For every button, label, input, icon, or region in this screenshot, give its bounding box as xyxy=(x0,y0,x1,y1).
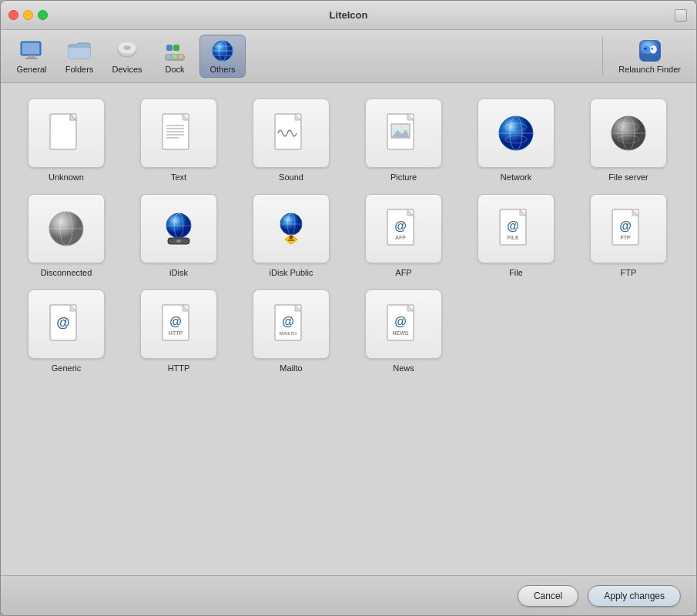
titlebar: LiteIcon xyxy=(1,1,696,30)
icon-label-generic: Generic xyxy=(52,363,82,373)
icon-label-news: News xyxy=(393,363,414,373)
icon-label-http: HTTP xyxy=(168,363,190,373)
apply-changes-button[interactable]: Apply changes xyxy=(588,585,681,607)
svg-text:@: @ xyxy=(394,315,407,328)
icon-box-file[interactable]: @ FILE xyxy=(478,194,555,263)
icon-label-sound: Sound xyxy=(279,172,303,182)
svg-rect-11 xyxy=(166,55,171,59)
icon-label-fileserver: File server xyxy=(608,172,648,182)
icon-cell-network[interactable]: Network xyxy=(466,99,566,182)
folders-label: Folders xyxy=(65,65,94,74)
svg-point-7 xyxy=(123,45,131,50)
svg-rect-10 xyxy=(173,45,179,51)
icon-cell-file[interactable]: @ FILE File xyxy=(466,194,566,277)
svg-text:@: @ xyxy=(169,315,182,328)
toolbar-folders[interactable]: Folders xyxy=(56,35,102,77)
icon-box-afp[interactable]: @ AFP xyxy=(365,194,442,263)
icon-box-mailto[interactable]: @ MAILTO xyxy=(253,290,330,359)
svg-rect-12 xyxy=(173,55,177,59)
footer: Cancel Apply changes xyxy=(1,575,696,615)
resize-widget[interactable] xyxy=(675,9,687,22)
svg-point-64 xyxy=(290,236,293,239)
dock-icon xyxy=(163,38,187,63)
icon-cell-ftp[interactable]: @ FTP FTP xyxy=(578,194,679,277)
icon-label-disconnected: Disconnected xyxy=(41,268,92,277)
toolbar-general[interactable]: General xyxy=(8,35,55,77)
svg-rect-13 xyxy=(179,55,183,59)
dock-label: Dock xyxy=(165,65,184,74)
relaunch-finder-button[interactable]: Relaunch Finder xyxy=(611,35,689,77)
icon-box-idisk[interactable] xyxy=(140,194,217,263)
svg-text:FILE: FILE xyxy=(507,235,518,240)
icon-box-generic[interactable]: @ xyxy=(28,290,105,359)
svg-text:@: @ xyxy=(56,315,70,330)
icon-box-fileserver[interactable] xyxy=(590,99,667,168)
close-button[interactable] xyxy=(8,10,18,20)
svg-rect-19 xyxy=(639,41,660,62)
others-icon xyxy=(210,38,235,63)
svg-rect-9 xyxy=(166,45,173,51)
folders-icon xyxy=(67,38,92,63)
icon-label-afp: AFP xyxy=(395,268,411,277)
svg-rect-3 xyxy=(25,58,38,59)
svg-text:MAILTO: MAILTO xyxy=(280,331,297,336)
icon-box-http[interactable]: @ HTTP xyxy=(140,290,217,359)
icon-box-picture[interactable] xyxy=(365,99,442,168)
icon-cell-idiskpublic[interactable]: iDisk Public xyxy=(241,194,341,277)
icon-cell-news[interactable]: @ NEWS News xyxy=(354,290,454,373)
toolbar-dock[interactable]: Dock xyxy=(152,35,198,77)
toolbar: General Folders Devices xyxy=(1,30,696,83)
toolbar-devices[interactable]: Devices xyxy=(104,35,150,77)
icon-cell-text[interactable]: Text xyxy=(129,99,229,182)
svg-point-20 xyxy=(643,45,650,54)
svg-text:@: @ xyxy=(394,219,407,233)
icon-box-idiskpublic[interactable] xyxy=(253,194,330,263)
svg-text:FTP: FTP xyxy=(620,235,631,240)
svg-rect-1 xyxy=(22,43,39,54)
icon-box-sound[interactable] xyxy=(253,99,330,168)
svg-text:@: @ xyxy=(619,219,632,233)
icon-cell-afp[interactable]: @ AFP AFP xyxy=(354,194,454,277)
svg-point-22 xyxy=(644,48,646,50)
icon-label-idiskpublic: iDisk Public xyxy=(270,268,313,277)
general-label: General xyxy=(16,65,46,74)
svg-point-41 xyxy=(404,126,407,129)
icon-cell-fileserver[interactable]: File server xyxy=(578,99,679,182)
icon-box-news[interactable]: @ NEWS xyxy=(365,290,442,359)
window-title: LiteIcon xyxy=(330,9,368,21)
icon-label-unknown: Unknown xyxy=(49,172,84,182)
svg-rect-2 xyxy=(28,55,35,58)
icon-grid: Unknown xyxy=(16,99,679,373)
svg-point-23 xyxy=(651,48,653,50)
icon-label-picture: Picture xyxy=(390,172,417,182)
svg-point-59 xyxy=(176,239,181,243)
devices-icon xyxy=(115,38,139,63)
icon-box-text[interactable] xyxy=(140,99,217,168)
icon-box-unknown[interactable] xyxy=(28,99,105,168)
svg-text:AFP: AFP xyxy=(395,235,406,240)
icon-cell-unknown[interactable]: Unknown xyxy=(16,99,116,182)
icon-cell-sound[interactable]: Sound xyxy=(241,99,341,182)
icon-label-ftp: FTP xyxy=(621,268,637,277)
icon-label-network: Network xyxy=(501,172,531,182)
window-controls xyxy=(8,10,48,20)
icon-cell-mailto[interactable]: @ MAILTO Mailto xyxy=(241,290,341,373)
maximize-button[interactable] xyxy=(38,10,48,20)
svg-text:HTTP: HTTP xyxy=(169,330,183,336)
toolbar-others[interactable]: Others xyxy=(199,35,246,78)
icon-cell-http[interactable]: @ HTTP HTTP xyxy=(129,290,229,373)
cancel-button[interactable]: Cancel xyxy=(518,585,578,607)
icon-cell-generic[interactable]: @ Generic xyxy=(16,290,116,373)
svg-text:@: @ xyxy=(282,315,294,328)
icon-cell-picture[interactable]: Picture xyxy=(354,99,454,182)
icon-box-disconnected[interactable] xyxy=(28,194,105,263)
svg-text:@: @ xyxy=(507,219,519,233)
minimize-button[interactable] xyxy=(23,10,33,20)
icon-box-ftp[interactable]: @ FTP xyxy=(590,194,667,263)
devices-label: Devices xyxy=(112,65,142,74)
icon-cell-idisk[interactable]: iDisk xyxy=(129,194,229,277)
icon-cell-disconnected[interactable]: Disconnected xyxy=(16,194,116,277)
icon-label-mailto: Mailto xyxy=(280,363,302,373)
icon-label-file: File xyxy=(509,268,523,277)
icon-box-network[interactable] xyxy=(478,99,555,168)
